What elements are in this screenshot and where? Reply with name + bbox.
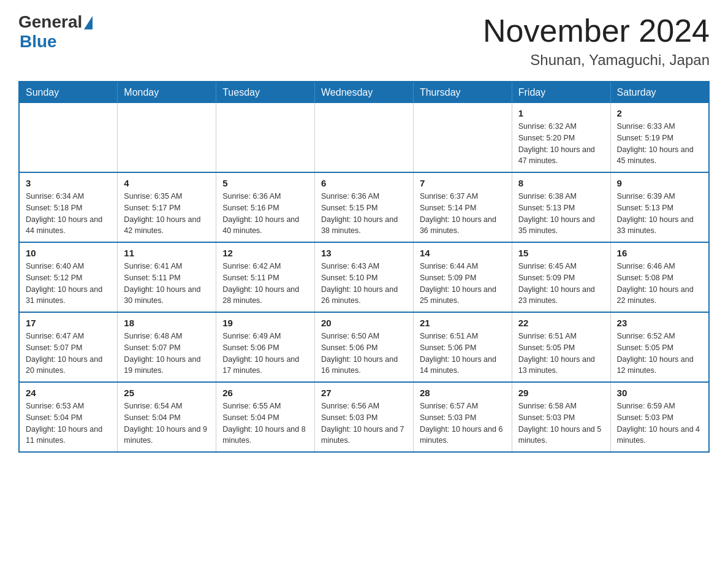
calendar-cell: 1Sunrise: 6:32 AMSunset: 5:20 PMDaylight… [512,103,610,172]
cell-info: Sunrise: 6:43 AMSunset: 5:10 PMDaylight:… [321,261,407,307]
calendar-cell: 9Sunrise: 6:39 AMSunset: 5:13 PMDaylight… [610,172,709,242]
calendar-cell: 7Sunrise: 6:37 AMSunset: 5:14 PMDaylight… [413,172,512,242]
calendar-week-row: 10Sunrise: 6:40 AMSunset: 5:12 PMDayligh… [19,242,709,312]
cell-info: Sunrise: 6:36 AMSunset: 5:15 PMDaylight:… [321,191,407,237]
day-number: 4 [124,178,210,188]
day-number: 5 [222,178,308,188]
calendar-header-row: SundayMondayTuesdayWednesdayThursdayFrid… [19,82,709,103]
day-number: 11 [124,248,210,258]
cell-info: Sunrise: 6:57 AMSunset: 5:03 PMDaylight:… [420,400,506,446]
cell-info: Sunrise: 6:52 AMSunset: 5:05 PMDaylight:… [617,331,702,377]
header-friday: Friday [512,82,610,103]
logo-general-text: General [18,12,82,32]
cell-info: Sunrise: 6:41 AMSunset: 5:11 PMDaylight:… [124,261,210,307]
calendar-cell: 20Sunrise: 6:50 AMSunset: 5:06 PMDayligh… [315,312,414,382]
cell-info: Sunrise: 6:48 AMSunset: 5:07 PMDaylight:… [124,331,210,377]
cell-info: Sunrise: 6:42 AMSunset: 5:11 PMDaylight:… [222,261,308,307]
cell-info: Sunrise: 6:59 AMSunset: 5:03 PMDaylight:… [617,400,702,446]
day-number: 19 [222,318,308,328]
calendar-cell: 19Sunrise: 6:49 AMSunset: 5:06 PMDayligh… [216,312,315,382]
calendar-cell [216,103,315,172]
calendar-cell: 13Sunrise: 6:43 AMSunset: 5:10 PMDayligh… [315,242,414,312]
day-number: 12 [222,248,308,258]
calendar-cell: 2Sunrise: 6:33 AMSunset: 5:19 PMDaylight… [610,103,709,172]
calendar-cell: 18Sunrise: 6:48 AMSunset: 5:07 PMDayligh… [118,312,216,382]
calendar-cell: 30Sunrise: 6:59 AMSunset: 5:03 PMDayligh… [610,382,709,452]
header-wednesday: Wednesday [315,82,414,103]
month-year-title: November 2024 [483,12,710,49]
cell-info: Sunrise: 6:53 AMSunset: 5:04 PMDaylight:… [26,400,111,446]
cell-info: Sunrise: 6:37 AMSunset: 5:14 PMDaylight:… [420,191,506,237]
cell-info: Sunrise: 6:49 AMSunset: 5:06 PMDaylight:… [222,331,308,377]
day-number: 3 [26,178,111,188]
calendar-cell: 26Sunrise: 6:55 AMSunset: 5:04 PMDayligh… [216,382,315,452]
cell-info: Sunrise: 6:34 AMSunset: 5:18 PMDaylight:… [26,191,111,237]
cell-info: Sunrise: 6:47 AMSunset: 5:07 PMDaylight:… [26,331,111,377]
logo-top: General [18,12,93,32]
day-number: 27 [321,388,407,398]
header-sunday: Sunday [19,82,118,103]
header-thursday: Thursday [413,82,512,103]
calendar-cell: 25Sunrise: 6:54 AMSunset: 5:04 PMDayligh… [118,382,216,452]
cell-info: Sunrise: 6:45 AMSunset: 5:09 PMDaylight:… [518,261,604,307]
day-number: 17 [26,318,111,328]
calendar-cell: 3Sunrise: 6:34 AMSunset: 5:18 PMDaylight… [19,172,118,242]
day-number: 8 [518,178,604,188]
page-header: General Blue November 2024 Shunan, Yamag… [18,12,710,69]
calendar-table: SundayMondayTuesdayWednesdayThursdayFrid… [18,81,710,453]
day-number: 10 [26,248,111,258]
calendar-cell [413,103,512,172]
day-number: 22 [518,318,604,328]
day-number: 29 [518,388,604,398]
logo-blue-text: Blue [20,32,57,52]
day-number: 21 [420,318,506,328]
calendar-cell: 10Sunrise: 6:40 AMSunset: 5:12 PMDayligh… [19,242,118,312]
logo-triangle-icon [84,16,93,29]
calendar-cell: 23Sunrise: 6:52 AMSunset: 5:05 PMDayligh… [610,312,709,382]
cell-info: Sunrise: 6:58 AMSunset: 5:03 PMDaylight:… [518,400,604,446]
title-block: November 2024 Shunan, Yamaguchi, Japan [483,12,710,69]
location-title: Shunan, Yamaguchi, Japan [483,52,710,69]
calendar-week-row: 1Sunrise: 6:32 AMSunset: 5:20 PMDaylight… [19,103,709,172]
calendar-cell: 16Sunrise: 6:46 AMSunset: 5:08 PMDayligh… [610,242,709,312]
cell-info: Sunrise: 6:33 AMSunset: 5:19 PMDaylight:… [617,121,702,167]
calendar-week-row: 17Sunrise: 6:47 AMSunset: 5:07 PMDayligh… [19,312,709,382]
calendar-cell [118,103,216,172]
calendar-cell [315,103,414,172]
cell-info: Sunrise: 6:39 AMSunset: 5:13 PMDaylight:… [617,191,702,237]
cell-info: Sunrise: 6:35 AMSunset: 5:17 PMDaylight:… [124,191,210,237]
calendar-cell: 22Sunrise: 6:51 AMSunset: 5:05 PMDayligh… [512,312,610,382]
calendar-cell: 14Sunrise: 6:44 AMSunset: 5:09 PMDayligh… [413,242,512,312]
day-number: 23 [617,318,702,328]
day-number: 15 [518,248,604,258]
cell-info: Sunrise: 6:46 AMSunset: 5:08 PMDaylight:… [617,261,702,307]
calendar-cell: 21Sunrise: 6:51 AMSunset: 5:06 PMDayligh… [413,312,512,382]
day-number: 18 [124,318,210,328]
day-number: 20 [321,318,407,328]
cell-info: Sunrise: 6:51 AMSunset: 5:05 PMDaylight:… [518,331,604,377]
cell-info: Sunrise: 6:40 AMSunset: 5:12 PMDaylight:… [26,261,111,307]
day-number: 30 [617,388,702,398]
cell-info: Sunrise: 6:55 AMSunset: 5:04 PMDaylight:… [222,400,308,446]
cell-info: Sunrise: 6:56 AMSunset: 5:03 PMDaylight:… [321,400,407,446]
header-tuesday: Tuesday [216,82,315,103]
logo: General Blue [18,12,93,52]
calendar-cell: 27Sunrise: 6:56 AMSunset: 5:03 PMDayligh… [315,382,414,452]
cell-info: Sunrise: 6:50 AMSunset: 5:06 PMDaylight:… [321,331,407,377]
day-number: 14 [420,248,506,258]
calendar-cell: 6Sunrise: 6:36 AMSunset: 5:15 PMDaylight… [315,172,414,242]
calendar-week-row: 24Sunrise: 6:53 AMSunset: 5:04 PMDayligh… [19,382,709,452]
day-number: 2 [617,108,702,118]
day-number: 26 [222,388,308,398]
calendar-cell: 29Sunrise: 6:58 AMSunset: 5:03 PMDayligh… [512,382,610,452]
cell-info: Sunrise: 6:54 AMSunset: 5:04 PMDaylight:… [124,400,210,446]
calendar-cell: 15Sunrise: 6:45 AMSunset: 5:09 PMDayligh… [512,242,610,312]
day-number: 24 [26,388,111,398]
calendar-cell: 8Sunrise: 6:38 AMSunset: 5:13 PMDaylight… [512,172,610,242]
day-number: 25 [124,388,210,398]
day-number: 1 [518,108,604,118]
calendar-cell [19,103,118,172]
calendar-cell: 5Sunrise: 6:36 AMSunset: 5:16 PMDaylight… [216,172,315,242]
day-number: 6 [321,178,407,188]
day-number: 28 [420,388,506,398]
